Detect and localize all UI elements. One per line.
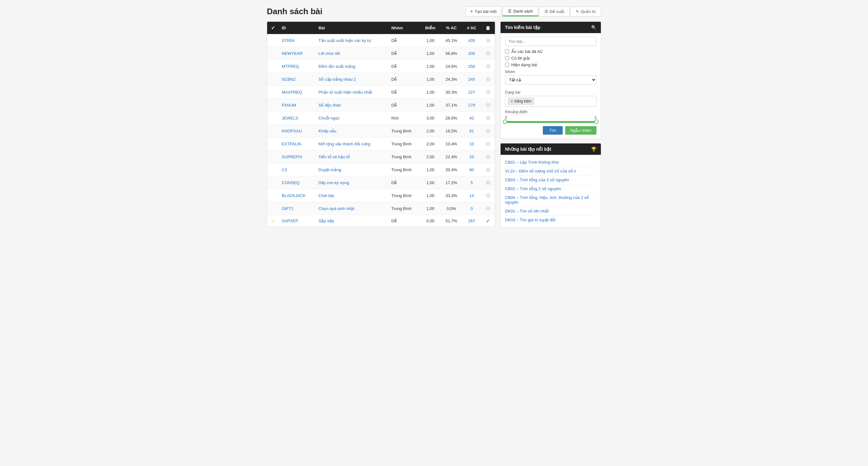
row-num-ac-link[interactable]: 14 — [469, 193, 474, 198]
row-id[interactable]: SAPXEP — [279, 215, 315, 227]
featured-item[interactable]: DK01 – Tìm số lớn nhất — [505, 207, 596, 216]
featured-item[interactable]: CB02 – Tính tổng 2 số nguyên — [505, 184, 596, 193]
row-id[interactable]: BLACKJACK — [279, 189, 315, 202]
row-num-ac[interactable]: 42 — [462, 112, 481, 125]
checkbox-type-input[interactable] — [505, 63, 509, 67]
row-id-link[interactable]: C3 — [282, 167, 287, 172]
row-title-link[interactable]: Khớp xấu — [318, 129, 336, 133]
row-title[interactable]: Tiền tố và hậu tố — [315, 150, 388, 163]
row-num-ac[interactable]: 227 — [462, 86, 481, 99]
featured-item-link[interactable]: VL10 – Đếm số lượng chữ số của số n — [505, 169, 576, 174]
row-title[interactable]: Duyệt mảng — [315, 163, 388, 176]
featured-item[interactable]: VL10 – Đếm số lượng chữ số của số n — [505, 167, 596, 176]
row-title-link[interactable]: Số cặp bằng nhau 2 — [318, 77, 356, 82]
featured-item-link[interactable]: CB02 – Tính tổng 2 số nguyên — [505, 186, 561, 191]
row-num-ac-link[interactable]: 42 — [469, 116, 474, 120]
row-num-ac[interactable]: 61 — [462, 125, 481, 137]
featured-item[interactable]: CB01 – Lập Trình Không Khó — [505, 158, 596, 167]
row-id[interactable]: NEWYEAR — [279, 47, 315, 60]
row-title-link[interactable]: Sắp xếp — [318, 218, 334, 223]
row-id[interactable]: JEWELS — [279, 112, 315, 125]
tab-de-xuat[interactable]: ☰ Đề xuất — [539, 7, 569, 17]
row-id[interactable]: C3 — [279, 163, 315, 176]
random-button[interactable]: Ngẫu nhiên — [565, 126, 596, 135]
tag-container[interactable]: ✕ bảng băm — [505, 96, 596, 106]
row-title[interactable]: Tần suất xuất hiện các ký tự — [315, 34, 388, 47]
featured-item-link[interactable]: CB04 – Tính tổng, hiệu, tích, thương của… — [505, 195, 589, 205]
search-input[interactable] — [505, 37, 596, 46]
row-num-ac-link[interactable]: 279 — [468, 103, 475, 107]
row-id[interactable]: SCBN2 — [279, 73, 315, 86]
row-id-link[interactable]: NEWYEAR — [282, 51, 303, 56]
checkbox-solution-input[interactable] — [505, 56, 509, 60]
row-num-ac[interactable]: 14 — [462, 189, 481, 202]
row-id-link[interactable]: MTFREQ — [282, 64, 299, 69]
row-title[interactable]: Sắp xếp — [315, 215, 388, 227]
row-id-link[interactable]: SCBN2 — [282, 77, 295, 82]
row-id[interactable]: KHOPXAU — [279, 125, 315, 137]
row-num-ac-link[interactable]: 200 — [468, 51, 475, 56]
row-num-ac-link[interactable]: 0 — [471, 206, 473, 211]
featured-item[interactable]: CB03 – Tính tổng của 3 số nguyên — [505, 176, 596, 184]
row-id[interactable]: CONSEQ — [279, 176, 315, 189]
row-id-link[interactable]: EXTPALIN — [282, 142, 301, 146]
row-title-link[interactable]: Chọn quà sinh nhật — [318, 206, 354, 211]
featured-item-link[interactable]: DK01 – Tìm số lớn nhất — [505, 209, 549, 213]
row-title-link[interactable]: Chơi bài — [318, 193, 334, 198]
row-num-ac-link[interactable]: 435 — [468, 38, 475, 43]
nhom-select[interactable]: Tất cả — [505, 75, 596, 85]
row-id-link[interactable]: CONSEQ — [282, 180, 299, 185]
row-num-ac-link[interactable]: 90 — [469, 167, 474, 172]
featured-item-link[interactable]: DK03 – Tìm giá trị tuyệt đối — [505, 218, 555, 222]
row-title[interactable]: Mở rộng xâu thành đối xứng — [315, 137, 388, 150]
row-title-link[interactable]: Chuỗi ngọc — [318, 116, 340, 120]
featured-item-link[interactable]: CB03 – Tính tổng của 3 số nguyên — [505, 178, 569, 182]
row-num-ac-link[interactable]: 5 — [471, 180, 473, 185]
row-title[interactable]: Phần tử xuất hiện nhiều nhất — [315, 86, 388, 99]
featured-item[interactable]: CB04 – Tính tổng, hiệu, tích, thương của… — [505, 193, 596, 207]
range-thumb-left[interactable] — [503, 120, 507, 124]
row-id[interactable]: FANUM — [279, 99, 315, 112]
row-id-link[interactable]: SAPXEP — [282, 218, 298, 223]
tag-remove-icon[interactable]: ✕ — [510, 99, 513, 103]
row-id-link[interactable]: KHOPXAU — [282, 129, 302, 133]
row-num-ac[interactable]: 267 — [462, 215, 481, 227]
row-num-ac-link[interactable]: 29 — [469, 155, 474, 159]
row-id[interactable]: MTFREQ — [279, 60, 315, 73]
row-title-link[interactable]: Dãy con kỳ vọng — [318, 180, 349, 185]
featured-item-link[interactable]: CB01 – Lập Trình Không Khó — [505, 160, 559, 164]
row-num-ac[interactable]: 258 — [462, 60, 481, 73]
row-title[interactable]: Chọn quà sinh nhật — [315, 202, 388, 215]
row-title[interactable]: Số độc thân — [315, 99, 388, 112]
row-title[interactable]: Chơi bài — [315, 189, 388, 202]
row-num-ac[interactable]: 200 — [462, 47, 481, 60]
row-num-ac-link[interactable]: 61 — [469, 129, 474, 133]
tab-danh-sach[interactable]: ☰ Danh sách — [502, 7, 538, 17]
row-num-ac[interactable]: 0 — [462, 202, 481, 215]
row-id[interactable]: SUPREFIX — [279, 150, 315, 163]
row-title[interactable]: Khớp xấu — [315, 125, 388, 137]
row-id[interactable]: STR04 — [279, 34, 315, 47]
row-title[interactable]: Dãy con kỳ vọng — [315, 176, 388, 189]
row-num-ac-link[interactable]: 245 — [468, 77, 475, 82]
range-track[interactable] — [505, 121, 596, 123]
row-title-link[interactable]: Mở rộng xâu thành đối xứng — [318, 142, 370, 146]
featured-item[interactable]: DK03 – Tìm giá trị tuyệt đối — [505, 216, 596, 224]
row-title-link[interactable]: Đếm tần suất mảng — [318, 64, 355, 69]
search-button[interactable]: Tìm — [543, 126, 562, 135]
row-title-link[interactable]: Duyệt mảng — [318, 167, 341, 172]
row-title[interactable]: Lời chúc tết — [315, 47, 388, 60]
row-title[interactable]: Số cặp bằng nhau 2 — [315, 73, 388, 86]
tab-quan-tri[interactable]: ✎ Quản trị — [570, 7, 601, 17]
row-id-link[interactable]: MAXFREQ — [282, 90, 302, 95]
row-id-link[interactable]: BLACKJACK — [282, 193, 306, 198]
row-id[interactable]: GIFT1 — [279, 202, 315, 215]
row-num-ac-link[interactable]: 10 — [469, 142, 474, 146]
row-title-link[interactable]: Tiền tố và hậu tố — [318, 155, 350, 159]
row-id-link[interactable]: STR04 — [282, 38, 294, 43]
row-title[interactable]: Chuỗi ngọc — [315, 112, 388, 125]
row-id[interactable]: EXTPALIN — [279, 137, 315, 150]
row-title-link[interactable]: Phần tử xuất hiện nhiều nhất — [318, 90, 372, 95]
row-id-link[interactable]: JEWELS — [282, 116, 298, 120]
row-num-ac[interactable]: 279 — [462, 99, 481, 112]
